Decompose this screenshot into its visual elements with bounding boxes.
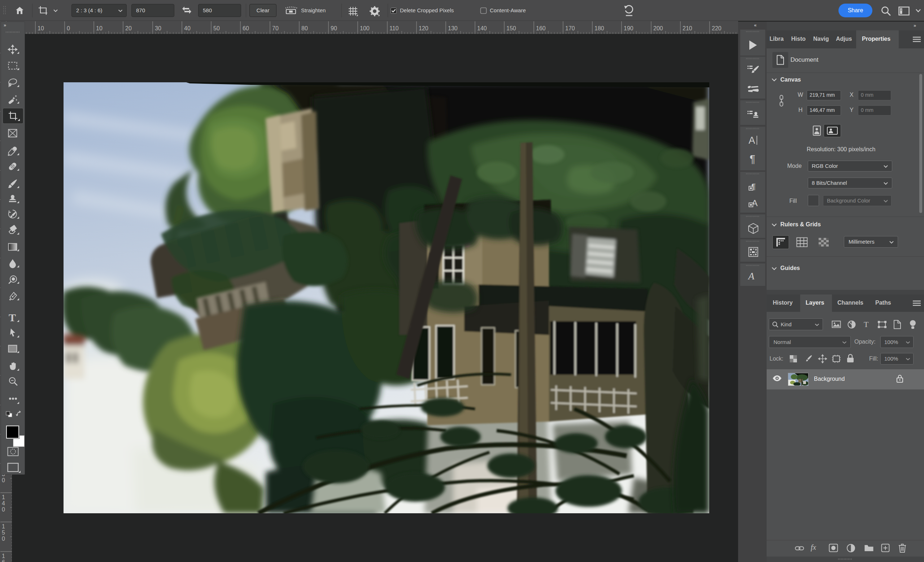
- svg-text:10: 10: [96, 25, 102, 31]
- svg-text:130: 130: [448, 25, 458, 31]
- svg-text:210: 210: [682, 25, 692, 31]
- svg-text:160: 160: [536, 25, 546, 31]
- svg-text:190: 190: [624, 25, 633, 31]
- svg-text:6: 6: [2, 559, 5, 562]
- svg-text:70: 70: [272, 25, 279, 31]
- svg-text:¶: ¶: [750, 153, 756, 165]
- svg-text:220: 220: [712, 25, 722, 31]
- svg-text:A: A: [748, 135, 755, 146]
- svg-text:170: 170: [565, 25, 575, 31]
- svg-text:0: 0: [2, 477, 5, 483]
- svg-text:4: 4: [2, 500, 5, 507]
- svg-text:1: 1: [2, 553, 5, 559]
- svg-text:50: 50: [213, 25, 220, 31]
- svg-text:200: 200: [653, 25, 663, 31]
- svg-text:5: 5: [2, 529, 5, 536]
- svg-text:140: 140: [477, 25, 487, 31]
- svg-text:80: 80: [302, 25, 308, 31]
- svg-text:110: 110: [390, 25, 399, 31]
- svg-text:0: 0: [2, 507, 5, 513]
- svg-text:10: 10: [38, 25, 44, 31]
- svg-text:0: 0: [67, 25, 70, 31]
- svg-text:60: 60: [243, 25, 249, 31]
- svg-text:1: 1: [2, 523, 5, 529]
- svg-text:180: 180: [594, 25, 604, 31]
- svg-text:A: A: [747, 270, 755, 282]
- svg-text:100: 100: [360, 25, 370, 31]
- svg-text:30: 30: [155, 25, 161, 31]
- svg-text:120: 120: [418, 25, 428, 31]
- svg-text:90: 90: [331, 25, 337, 31]
- svg-text:150: 150: [506, 25, 516, 31]
- svg-text:1: 1: [2, 494, 5, 500]
- svg-text:20: 20: [125, 25, 132, 31]
- svg-text:0: 0: [2, 536, 5, 542]
- svg-text:40: 40: [184, 25, 190, 31]
